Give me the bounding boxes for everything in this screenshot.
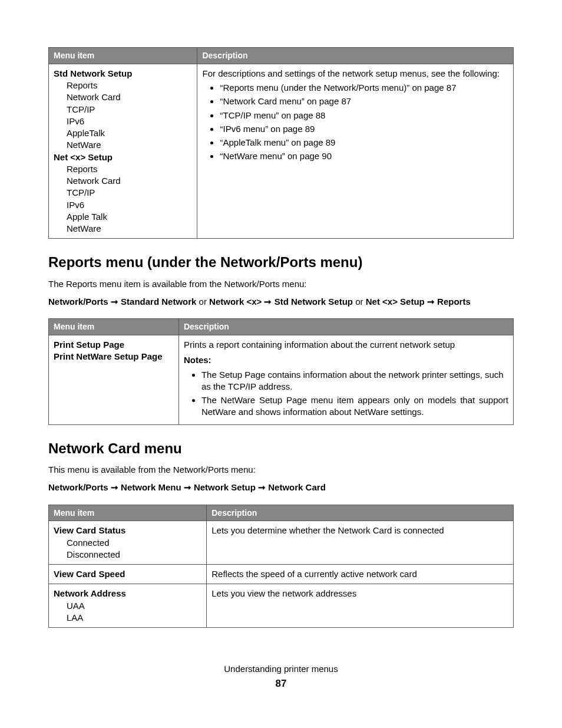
sub-item: LAA xyxy=(54,612,201,624)
net-x-setup-title: Net <x> Setup xyxy=(54,152,113,162)
menu-item-cell: Network Address UAA LAA xyxy=(49,584,207,628)
sub-item: TCP/IP xyxy=(54,104,192,116)
sub-item: Reports xyxy=(54,80,192,91)
arrow-icon: ➞ xyxy=(111,297,118,307)
sub-item: IPv6 xyxy=(54,199,192,211)
sub-item: AppleTalk xyxy=(54,127,192,139)
desc-link: “NetWare menu” on page 90 xyxy=(220,150,508,162)
sub-item: Reports xyxy=(54,163,192,175)
network-address: Network Address xyxy=(54,588,126,598)
sub-item: Connected xyxy=(54,537,201,549)
network-card-menu-path: Network/Ports ➞ Network Menu ➞ Network S… xyxy=(48,482,514,493)
arrow-icon: ➞ xyxy=(427,297,435,307)
menu-item-cell: View Card Status Connected Disconnected xyxy=(49,521,207,565)
arrow-icon: ➞ xyxy=(258,482,266,492)
notes-label: Notes: xyxy=(184,354,508,366)
table-row: View Card Speed Reflects the speed of a … xyxy=(49,565,514,584)
sub-item: Network Card xyxy=(54,91,192,103)
page-number: 87 xyxy=(48,677,514,691)
description-cell: Prints a report containing information a… xyxy=(178,335,513,425)
arrow-icon: ➞ xyxy=(111,482,118,492)
footer-chapter: Understanding printer menus xyxy=(48,663,514,675)
sub-item: Apple Talk xyxy=(54,211,192,223)
arrow-icon: ➞ xyxy=(264,297,272,307)
col-description: Description xyxy=(207,505,514,521)
sub-item: Network Card xyxy=(54,175,192,187)
table-row: Network Address UAA LAA Lets you view th… xyxy=(49,584,514,628)
description-cell: Lets you view the network addresses xyxy=(207,584,514,628)
menu-item-cell: View Card Speed xyxy=(49,565,207,584)
network-card-menu-intro: This menu is available from the Network/… xyxy=(48,464,514,476)
note-item: The Setup Page contains information abou… xyxy=(201,369,508,393)
sub-item: Disconnected xyxy=(54,549,201,561)
arrow-icon: ➞ xyxy=(184,482,191,492)
desc-intro: Prints a report containing information a… xyxy=(184,339,508,351)
table-row: View Card Status Connected Disconnected … xyxy=(49,521,514,565)
reports-menu-table: Menu item Description Print Setup Page P… xyxy=(48,318,514,424)
print-netware-setup-page: Print NetWare Setup Page xyxy=(54,351,162,361)
desc-link: “TCP/IP menu” on page 88 xyxy=(220,110,508,121)
col-menu-item: Menu item xyxy=(49,319,179,335)
menu-item-cell: Print Setup Page Print NetWare Setup Pag… xyxy=(49,335,179,425)
desc-link: “AppleTalk menu” on page 89 xyxy=(220,137,508,149)
description-cell: For descriptions and settings of the net… xyxy=(197,64,514,239)
network-card-table: Menu item Description View Card Status C… xyxy=(48,505,514,628)
description-cell: Reflects the speed of a currently active… xyxy=(207,565,514,584)
menu-item-cell: Std Network Setup Reports Network Card T… xyxy=(49,64,197,239)
col-menu-item: Menu item xyxy=(49,505,207,521)
view-card-speed: View Card Speed xyxy=(54,569,125,579)
desc-link: “Reports menu (under the Network/Ports m… xyxy=(220,82,508,94)
sub-item: UAA xyxy=(54,600,201,612)
view-card-status: View Card Status xyxy=(54,525,125,535)
network-setup-table: Menu item Description Std Network Setup … xyxy=(48,47,514,239)
std-network-setup-title: Std Network Setup xyxy=(54,68,132,78)
desc-link: “IPv6 menu” on page 89 xyxy=(220,123,508,135)
desc-intro: For descriptions and settings of the net… xyxy=(202,68,499,78)
desc-link: “Network Card menu” on page 87 xyxy=(220,95,508,107)
print-setup-page: Print Setup Page xyxy=(54,340,124,350)
sub-item: TCP/IP xyxy=(54,187,192,199)
col-description: Description xyxy=(178,319,513,335)
description-cell: Lets you determine whether the Network C… xyxy=(207,521,514,565)
sub-item: IPv6 xyxy=(54,116,192,127)
sub-item: NetWare xyxy=(54,223,192,235)
network-card-menu-heading: Network Card menu xyxy=(48,439,514,458)
reports-menu-path: Network/Ports ➞ Standard Network or Netw… xyxy=(48,296,514,308)
reports-menu-intro: The Reports menu item is available from … xyxy=(48,278,514,290)
col-description: Description xyxy=(197,48,514,64)
note-item: The NetWare Setup Page menu item appears… xyxy=(201,394,508,419)
col-menu-item: Menu item xyxy=(49,48,197,64)
reports-menu-heading: Reports menu (under the Network/Ports me… xyxy=(48,253,514,272)
sub-item: NetWare xyxy=(54,139,192,151)
